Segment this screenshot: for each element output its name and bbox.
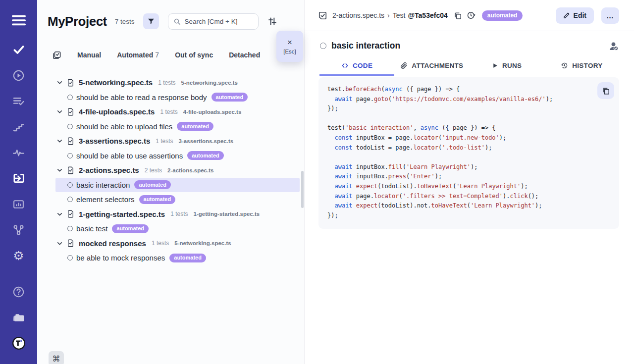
test-name: should be able to upload files	[76, 122, 172, 131]
file-path: 5-networking.spec.ts	[174, 240, 231, 246]
import-icon[interactable]	[12, 171, 26, 185]
code-icon	[341, 62, 349, 69]
file-name: 4-file-uploads.spec.ts	[79, 107, 155, 116]
test-id: @Ta53efc04	[408, 11, 447, 19]
tree-file-row[interactable]: 5-networking.spec.ts1 tests5-networking.…	[55, 75, 300, 90]
file-name: mocked responses	[79, 239, 146, 248]
tree-test-row[interactable]: should be able to upload filesautomated	[55, 119, 300, 134]
detail-header: 2-actions.spec.ts›Test@Ta53efc04 automat…	[305, 0, 634, 31]
projects-folder-icon[interactable]	[12, 311, 26, 324]
reports-icon[interactable]	[12, 197, 26, 211]
code-line: await page.goto('https://todomvc.com/exa…	[327, 95, 610, 104]
scrollbar-thumb[interactable]	[301, 171, 304, 208]
sync-clock-icon[interactable]	[467, 11, 476, 20]
tab-runs[interactable]: RUNS	[470, 57, 544, 76]
automated-badge: automated	[211, 93, 248, 102]
file-check-icon	[67, 79, 74, 87]
tree-test-row[interactable]: should be able to read a response bodyau…	[55, 90, 300, 105]
breadcrumb-file[interactable]: 2-actions.spec.ts	[332, 11, 384, 19]
tree-test-row[interactable]: basic testautomated	[55, 221, 300, 236]
test-status-icon	[67, 95, 73, 100]
milestones-icon[interactable]	[12, 120, 26, 134]
chevron-down-icon[interactable]	[56, 240, 63, 247]
command-icon: ⌘	[53, 354, 60, 364]
file-name: 5-networking.spec.ts	[79, 78, 153, 87]
edit-button[interactable]: Edit	[556, 7, 594, 24]
test-name: should be able to use assertions	[76, 152, 183, 160]
search-input[interactable]	[185, 18, 253, 25]
page-title: basic interaction	[331, 41, 400, 51]
tree-file-row[interactable]: 3-assertions.spec.ts1 tests3-assertions.…	[55, 134, 300, 149]
tests-check-icon[interactable]	[12, 43, 26, 56]
detail-title-row: basic interaction	[305, 31, 634, 51]
tab-history[interactable]: HISTORY	[544, 57, 619, 76]
breadcrumb-entity: Test	[393, 11, 406, 19]
tree-test-row[interactable]: element selectorsautomated	[55, 192, 300, 207]
test-name: basic interaction	[76, 181, 130, 189]
test-status-icon	[67, 255, 73, 260]
test-name: be able to mock responses	[76, 254, 165, 262]
copy-id-icon[interactable]	[454, 11, 462, 20]
tab-attachments[interactable]: ATTACHMENTS	[394, 57, 469, 76]
file-check-icon	[67, 239, 74, 247]
activity-icon[interactable]	[12, 146, 26, 159]
app-window: ⚙ MyProject 7 tests	[0, 0, 634, 364]
search-box[interactable]	[168, 13, 259, 30]
file-name: 3-assertions.spec.ts	[79, 137, 150, 145]
tree-file-row[interactable]: 4-file-uploads.spec.ts1 tests4-file-uplo…	[55, 104, 300, 119]
command-key-badge[interactable]: ⌘	[49, 351, 64, 364]
code-line: });	[327, 104, 610, 114]
filter-tab-detached[interactable]: Detached	[229, 51, 260, 59]
detail-tabs: CODEATTACHMENTSRUNSHISTORY	[305, 57, 634, 76]
integrations-icon[interactable]	[12, 223, 26, 237]
code-line: await expect(todoList).toHaveText('Learn…	[327, 182, 610, 192]
file-tests-count: 2 tests	[145, 167, 162, 174]
chevron-down-icon[interactable]	[56, 79, 63, 86]
code-line: await expect(todoList).not.toHaveText('L…	[327, 201, 610, 211]
test-status-icon	[67, 153, 73, 158]
chevron-down-icon[interactable]	[56, 108, 63, 115]
file-check-icon	[67, 166, 74, 174]
tree-file-row[interactable]: 2-actions.spec.ts2 tests2-actions.spec.t…	[55, 163, 300, 178]
file-tests-count: 1 tests	[152, 240, 169, 247]
filter-tab-manual[interactable]: Manual	[77, 51, 101, 59]
assignee-avatar-icon[interactable]	[609, 41, 619, 51]
filter-button[interactable]	[143, 13, 159, 29]
test-runs-icon[interactable]	[12, 68, 26, 82]
tree-test-row[interactable]: basic interactionautomated	[55, 178, 300, 193]
copy-code-button[interactable]	[597, 82, 614, 99]
tests-panel-header: MyProject 7 tests	[37, 0, 304, 29]
app-logo[interactable]	[12, 336, 26, 350]
chevron-down-icon[interactable]	[56, 167, 63, 173]
more-actions-button[interactable]: …	[601, 7, 619, 24]
ellipsis-icon: …	[606, 11, 614, 20]
display-settings-icon[interactable]	[267, 16, 277, 26]
tree-file-row[interactable]: mocked responses1 tests5-networking.spec…	[55, 236, 300, 251]
history-icon	[561, 62, 568, 69]
filter-tab-automated[interactable]: Automated7	[117, 51, 159, 59]
esc-close-popover[interactable]: × [Esc]	[276, 31, 303, 62]
tests-panel: MyProject 7 tests × [Esc]	[37, 0, 305, 364]
settings-gear-icon[interactable]: ⚙	[12, 249, 26, 262]
chevron-down-icon[interactable]	[56, 211, 63, 217]
file-path: 5-networking.spec.ts	[181, 80, 238, 86]
automated-badge: automated	[187, 151, 224, 160]
test-detail-panel: 2-actions.spec.ts›Test@Ta53efc04 automat…	[305, 0, 634, 364]
file-check-icon	[67, 210, 74, 218]
file-tests-count: 1 tests	[158, 79, 175, 86]
tree-test-row[interactable]: should be able to use assertionsautomate…	[55, 149, 300, 163]
menu-icon[interactable]	[12, 13, 26, 27]
funnel-icon	[147, 17, 155, 25]
help-icon[interactable]	[12, 285, 26, 299]
test-plans-icon[interactable]	[12, 94, 26, 108]
tree-file-row[interactable]: 1-getting-started.spec.ts1 tests1-gettin…	[55, 207, 300, 222]
test-status-icon	[67, 124, 73, 129]
automated-badge: automated	[177, 122, 213, 131]
filter-tab-out-of-sync[interactable]: Out of sync	[175, 51, 213, 59]
tree-test-row[interactable]: be able to mock responsesautomated	[55, 251, 300, 265]
runs-icon	[492, 62, 498, 69]
select-tests-icon[interactable]	[52, 51, 61, 60]
tab-code[interactable]: CODE	[319, 57, 394, 76]
code-line	[327, 114, 610, 124]
chevron-down-icon[interactable]	[56, 138, 63, 144]
